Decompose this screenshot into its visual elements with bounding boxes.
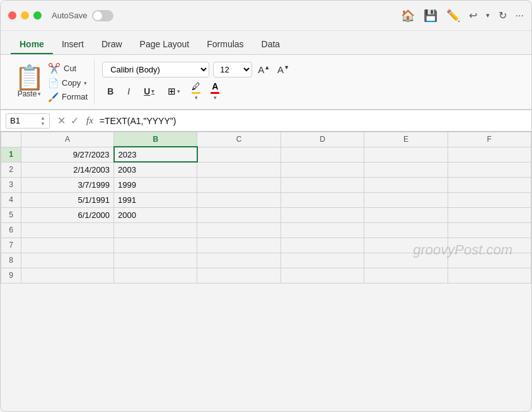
cell-c4[interactable] xyxy=(197,192,280,207)
cell-e4[interactable] xyxy=(364,192,448,207)
cell-e7[interactable] xyxy=(364,237,448,253)
tab-formulas[interactable]: Formulas xyxy=(198,35,252,54)
cell-c3[interactable] xyxy=(197,177,280,192)
col-header-a[interactable]: A xyxy=(21,132,114,147)
cell-d5[interactable] xyxy=(280,207,364,222)
home-icon[interactable]: 🏠 xyxy=(401,9,415,23)
paste-dropdown-icon[interactable]: ▾ xyxy=(38,91,41,97)
cell-b8[interactable] xyxy=(114,253,197,268)
cell-a7[interactable] xyxy=(21,237,114,253)
maximize-button[interactable] xyxy=(33,11,42,20)
tab-data[interactable]: Data xyxy=(253,35,289,54)
cell-e2[interactable] xyxy=(364,162,448,177)
cancel-formula-icon[interactable]: ✕ xyxy=(57,115,66,127)
cell-b4[interactable]: 1991 xyxy=(114,192,197,207)
col-header-d[interactable]: D xyxy=(280,132,364,147)
cell-b9[interactable] xyxy=(114,268,197,283)
cell-a4[interactable]: 5/1/1991 xyxy=(21,192,114,207)
cell-e8[interactable] xyxy=(364,253,448,268)
cell-a8[interactable] xyxy=(21,253,114,268)
highlight-dropdown-icon[interactable]: ▾ xyxy=(195,94,198,101)
cell-d9[interactable] xyxy=(280,268,364,283)
cell-a5[interactable]: 6/1/2000 xyxy=(21,207,114,222)
cell-d3[interactable] xyxy=(280,177,364,192)
cell-b6[interactable] xyxy=(114,222,197,237)
borders-button[interactable]: ⊞ ▾ xyxy=(163,84,185,99)
undo-icon[interactable]: ↩ xyxy=(469,9,477,21)
more-options-icon[interactable]: ··· xyxy=(516,10,524,21)
underline-dropdown-icon[interactable]: ▾ xyxy=(151,88,154,94)
cell-c2[interactable] xyxy=(197,162,280,177)
cell-d6[interactable] xyxy=(280,222,364,237)
cell-a9[interactable] xyxy=(21,268,114,283)
cell-a6[interactable] xyxy=(21,222,114,237)
cell-f3[interactable] xyxy=(448,177,531,192)
cell-reference-box[interactable]: B1 ▲ ▼ xyxy=(6,113,50,129)
cell-f1[interactable] xyxy=(448,147,531,162)
cell-c5[interactable] xyxy=(197,207,280,222)
undo-dropdown-icon[interactable]: ▾ xyxy=(486,11,490,20)
cell-e6[interactable] xyxy=(364,222,448,237)
cell-b1[interactable]: 2023 xyxy=(114,147,197,162)
cell-e9[interactable] xyxy=(364,268,448,283)
decrease-font-size-button[interactable]: A▼ xyxy=(275,64,291,76)
cell-f5[interactable] xyxy=(448,207,531,222)
font-color-button[interactable]: A ▾ xyxy=(207,80,223,102)
formula-input[interactable]: =TEXT(A1,"YYYY") xyxy=(97,116,526,126)
cell-f2[interactable] xyxy=(448,162,531,177)
borders-dropdown-icon[interactable]: ▾ xyxy=(177,88,180,94)
underline-button[interactable]: U ▾ xyxy=(139,84,159,98)
cell-ref-arrows[interactable]: ▲ ▼ xyxy=(40,115,45,127)
close-button[interactable] xyxy=(8,11,16,20)
cell-e1[interactable] xyxy=(364,147,448,162)
tab-page-layout[interactable]: Page Layout xyxy=(131,35,199,54)
cell-b2[interactable]: 2003 xyxy=(114,162,197,177)
cell-f8[interactable] xyxy=(448,253,531,268)
cell-c7[interactable] xyxy=(197,237,280,253)
cell-c8[interactable] xyxy=(197,253,280,268)
copy-row[interactable]: 📄 Copy ▾ xyxy=(48,77,88,89)
font-family-select[interactable]: Calibri (Body) xyxy=(102,62,209,77)
col-header-e[interactable]: E xyxy=(364,132,448,147)
col-header-c[interactable]: C xyxy=(197,132,280,147)
tab-home[interactable]: Home xyxy=(11,35,53,54)
cell-d2[interactable] xyxy=(280,162,364,177)
cell-c9[interactable] xyxy=(197,268,280,283)
cell-d8[interactable] xyxy=(280,253,364,268)
minimize-button[interactable] xyxy=(21,11,29,20)
cell-c6[interactable] xyxy=(197,222,280,237)
col-header-b[interactable]: B xyxy=(114,132,197,147)
cell-d1[interactable] xyxy=(280,147,364,162)
cell-e5[interactable] xyxy=(364,207,448,222)
bold-button[interactable]: B xyxy=(102,84,119,98)
cell-b7[interactable] xyxy=(114,237,197,253)
cell-d4[interactable] xyxy=(280,192,364,207)
redo-icon[interactable]: ↻ xyxy=(499,9,507,21)
confirm-formula-icon[interactable]: ✓ xyxy=(71,115,79,127)
increase-font-size-button[interactable]: A▲ xyxy=(256,64,272,76)
paste-icon[interactable]: 📋 xyxy=(14,66,44,89)
cell-b3[interactable]: 1999 xyxy=(114,177,197,192)
edit-icon[interactable]: ✏️ xyxy=(446,9,460,23)
font-size-select[interactable]: 12 xyxy=(213,62,252,77)
italic-button[interactable]: I xyxy=(122,84,135,98)
cell-a3[interactable]: 3/7/1999 xyxy=(21,177,114,192)
copy-dropdown-icon[interactable]: ▾ xyxy=(84,80,87,86)
cell-e3[interactable] xyxy=(364,177,448,192)
cell-f7[interactable] xyxy=(448,237,531,253)
autosave-toggle[interactable] xyxy=(92,10,113,21)
cell-a1[interactable]: 9/27/2023 xyxy=(21,147,114,162)
cell-f9[interactable] xyxy=(448,268,531,283)
col-header-f[interactable]: F xyxy=(448,132,531,147)
cell-d7[interactable] xyxy=(280,237,364,253)
save-icon[interactable]: 💾 xyxy=(424,9,437,23)
cell-f4[interactable] xyxy=(448,192,531,207)
highlight-color-button[interactable]: 🖊 ▾ xyxy=(188,80,204,102)
format-painter-row[interactable]: 🖌️ Format xyxy=(48,91,88,103)
cell-f6[interactable] xyxy=(448,222,531,237)
tab-insert[interactable]: Insert xyxy=(53,35,93,54)
cell-a2[interactable]: 2/14/2003 xyxy=(21,162,114,177)
cell-b5[interactable]: 2000 xyxy=(114,207,197,222)
font-color-dropdown-icon[interactable]: ▾ xyxy=(214,94,217,101)
cut-row[interactable]: ✂️ Cut xyxy=(48,61,88,76)
